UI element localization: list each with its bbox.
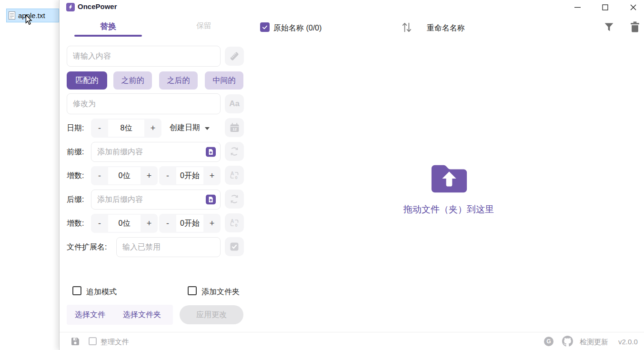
suffix-file-import-icon[interactable] — [206, 195, 216, 205]
chip-after[interactable]: 之后的 — [159, 71, 198, 90]
increment-suffix-digits-stepper: - 0位 + — [91, 214, 158, 233]
select-folder-button[interactable]: 选择文件夹 — [123, 310, 161, 320]
date-digits-value: 8位 — [108, 120, 144, 137]
increment-suffix-start-value: 0开始 — [176, 215, 203, 232]
trash-icon[interactable] — [630, 21, 640, 32]
ruler-icon — [229, 50, 240, 62]
refresh-circle-icon — [229, 146, 240, 157]
increment-prefix-start-plus[interactable]: + — [203, 166, 221, 185]
increment-suffix-start-minus[interactable]: - — [159, 214, 176, 233]
date-label: 日期: — [67, 123, 84, 133]
suffix-loop-button[interactable] — [225, 190, 244, 209]
letter-number-icon: A 0 — [229, 218, 240, 228]
content-input[interactable] — [67, 46, 221, 67]
prefix-input[interactable] — [91, 142, 221, 162]
svg-text:A: A — [231, 171, 234, 176]
increment-suffix-digits-value: 0位 — [108, 215, 141, 232]
increment-prefix-start-value: 0开始 — [176, 167, 203, 184]
increment-suffix-start-plus[interactable]: + — [203, 214, 221, 233]
add-folder-label: 添加文件夹 — [201, 287, 240, 297]
chip-matched[interactable]: 匹配的 — [67, 71, 107, 90]
increment-prefix-digits-stepper: - 0位 + — [91, 166, 158, 185]
svg-text:0: 0 — [235, 223, 238, 228]
increment-prefix-digits-value: 0位 — [108, 167, 141, 184]
close-icon — [630, 4, 636, 10]
minimize-button[interactable] — [566, 0, 589, 14]
increment-suffix-start-stepper: - 0开始 + — [159, 214, 221, 233]
prefix-file-import-icon[interactable] — [206, 147, 216, 157]
app-logo-icon — [66, 3, 75, 11]
maximize-button[interactable] — [594, 0, 616, 14]
gitee-icon[interactable]: G — [544, 337, 553, 346]
modify-input[interactable] — [67, 93, 221, 114]
date-source-select[interactable]: 创建日期 — [170, 123, 210, 133]
folder-upload-icon — [430, 163, 469, 194]
svg-text:0: 0 — [235, 175, 238, 180]
date-source-value: 创建日期 — [170, 123, 200, 133]
case-icon: Aa — [229, 99, 240, 109]
window-title: OncePower — [78, 2, 117, 10]
sort-icon[interactable] — [402, 21, 412, 33]
letter-number-icon: A 0 — [229, 170, 240, 180]
extension-toggle-button[interactable] — [225, 237, 244, 256]
rename-column-title: 重命名名称 — [427, 23, 465, 33]
suffix-label: 后缀: — [67, 195, 84, 205]
increment-prefix-digits-plus[interactable]: + — [141, 166, 158, 185]
filter-icon[interactable] — [604, 23, 614, 32]
case-toggle-button[interactable]: Aa — [225, 94, 244, 113]
chip-middle[interactable]: 中间的 — [205, 71, 243, 90]
save-icon[interactable] — [71, 337, 80, 346]
checked-box-icon — [230, 242, 239, 251]
increment-suffix-digits-minus[interactable]: - — [91, 214, 108, 233]
select-file-button[interactable]: 选择文件 — [75, 310, 105, 320]
suffix-input-wrap — [91, 190, 221, 210]
svg-text:A: A — [231, 219, 234, 224]
date-digits-plus[interactable]: + — [144, 119, 161, 138]
organize-files-label: 整理文件 — [101, 338, 129, 347]
calendar-day-number: 12 — [232, 127, 237, 131]
tab-keep[interactable]: 保留 — [170, 21, 238, 31]
prefix-input-wrap — [91, 142, 221, 162]
date-insert-button[interactable]: 12 — [225, 118, 244, 137]
minimize-icon — [574, 4, 581, 10]
append-mode-checkbox[interactable] — [72, 286, 81, 295]
increment-suffix-label: 增数: — [67, 219, 84, 229]
prefix-letter-number-button[interactable]: A 0 — [225, 166, 244, 185]
calendar-icon: 12 — [230, 123, 240, 133]
chevron-down-icon — [205, 127, 210, 130]
maximize-icon — [602, 4, 608, 10]
mouse-cursor-icon — [25, 14, 33, 25]
increment-suffix-digits-plus[interactable]: + — [141, 214, 158, 233]
dropzone-hint: 拖动文件（夹）到这里 — [387, 203, 511, 216]
organize-files-checkbox[interactable] — [89, 337, 97, 345]
apply-changes-button[interactable]: 应用更改 — [180, 305, 243, 324]
increment-prefix-label: 增数: — [67, 171, 84, 181]
screen: apple.txt OncePower 替换 保留 原始名称 (0 — [0, 0, 644, 350]
tab-replace[interactable]: 替换 — [74, 21, 142, 32]
date-digits-minus[interactable]: - — [91, 119, 108, 138]
text-file-icon — [9, 11, 15, 20]
add-folder-checkbox[interactable] — [188, 286, 197, 295]
svg-text:G: G — [546, 338, 551, 345]
prefix-label: 前缀: — [67, 147, 84, 157]
increment-prefix-digits-minus[interactable]: - — [91, 166, 108, 185]
statusbar-divider — [60, 332, 644, 332]
prefix-loop-button[interactable] — [225, 142, 244, 161]
original-name-checkbox[interactable] — [260, 22, 270, 32]
original-name-label: 原始名称 (0/0) — [273, 23, 322, 33]
active-tab-indicator — [74, 35, 142, 37]
suffix-input[interactable] — [91, 190, 221, 210]
append-mode-label: 追加模式 — [86, 287, 117, 297]
desktop-background: apple.txt — [0, 0, 59, 350]
extension-input[interactable] — [116, 237, 221, 257]
github-icon[interactable] — [562, 336, 573, 347]
oncepower-window: OncePower 替换 保留 原始名称 (0/0) 重命名名称 — [59, 0, 644, 350]
increment-prefix-start-minus[interactable]: - — [159, 166, 176, 185]
check-update-link[interactable]: 检测更新 — [580, 338, 608, 347]
ruler-button[interactable] — [225, 47, 244, 66]
increment-prefix-start-stepper: - 0开始 + — [159, 166, 221, 185]
suffix-letter-number-button[interactable]: A 0 — [225, 213, 244, 232]
close-button[interactable] — [622, 0, 644, 14]
chip-before[interactable]: 之前的 — [113, 71, 152, 90]
refresh-circle-icon — [229, 194, 240, 204]
